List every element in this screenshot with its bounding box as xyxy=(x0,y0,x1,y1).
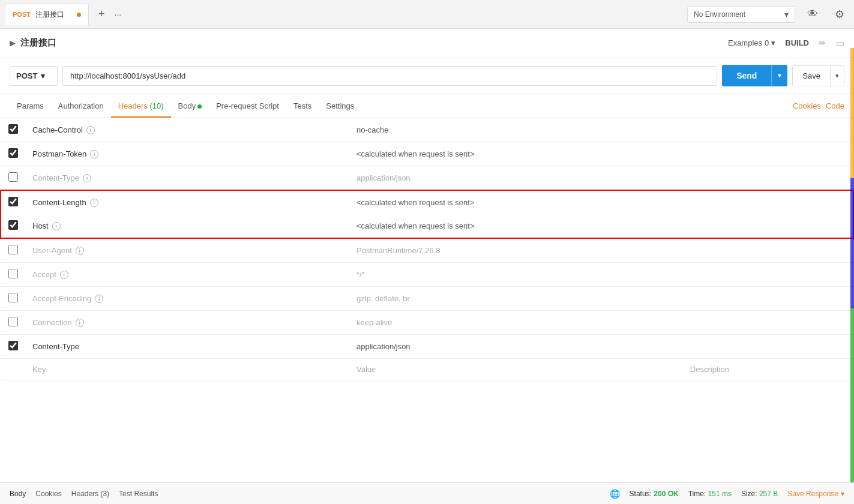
time-label: Time: 151 ms xyxy=(688,490,732,498)
bottom-tab-cookies[interactable]: Cookies xyxy=(35,490,61,498)
save-button[interactable]: Save xyxy=(793,66,830,86)
header-description xyxy=(683,142,853,166)
body-tab-label: Body xyxy=(178,101,196,110)
header-checkbox[interactable] xyxy=(8,124,18,134)
csdn-sidebar xyxy=(850,48,854,482)
headers-table-container: Cache-Controlino-cachePostman-Tokeni<cal… xyxy=(0,118,854,380)
header-checkbox[interactable] xyxy=(8,172,18,182)
request-tab[interactable]: POST 注册接口 xyxy=(5,4,89,25)
send-button[interactable]: Send xyxy=(722,65,771,86)
status-label: Status: 200 OK xyxy=(630,490,679,498)
bottom-tab-test-results[interactable]: Test Results xyxy=(119,490,158,498)
chevron-down-icon: ▾ xyxy=(784,10,789,19)
settings-icon[interactable]: ⚙ xyxy=(830,5,849,23)
tab-authorization[interactable]: Authorization xyxy=(51,95,111,118)
more-tabs-button[interactable]: ··· xyxy=(112,7,124,22)
header-checkbox[interactable] xyxy=(8,293,18,302)
header-value: gzip, deflate, br xyxy=(349,287,683,311)
header-value: <calculated when request is sent> xyxy=(349,214,683,238)
examples-button[interactable]: Examples 0 ▾ xyxy=(728,38,775,47)
examples-label: Examples xyxy=(728,38,762,47)
panel-icon[interactable]: ▭ xyxy=(836,38,844,49)
expand-arrow[interactable]: ▶ xyxy=(10,38,16,47)
header-checkbox[interactable] xyxy=(8,220,18,230)
header-checkbox[interactable] xyxy=(8,269,18,278)
code-link[interactable]: Code xyxy=(826,101,844,110)
env-label: No Environment xyxy=(694,10,781,19)
header-value: */* xyxy=(349,263,683,287)
header-value: PostmanRuntime/7.26.8 xyxy=(349,238,683,263)
info-icon[interactable]: i xyxy=(76,319,84,327)
info-icon[interactable]: i xyxy=(90,199,98,207)
bottom-tab-headers[interactable]: Headers (3) xyxy=(71,490,109,498)
table-row: Hosti<calculated when request is sent> xyxy=(1,214,853,238)
tab-body[interactable]: Body xyxy=(171,95,209,118)
tab-actions: + ··· xyxy=(96,5,124,23)
method-label: POST xyxy=(16,71,37,80)
header-description xyxy=(683,287,853,311)
header-key: Content-Type xyxy=(32,342,342,351)
header-key: Postman-Tokeni xyxy=(32,149,342,158)
table-row: Connectionikeep-alive xyxy=(1,311,853,335)
tab-settings[interactable]: Settings xyxy=(319,95,361,118)
size-value: 257 B xyxy=(759,490,778,498)
eye-icon[interactable]: 👁 xyxy=(802,5,823,23)
new-tab-button[interactable]: + xyxy=(96,5,107,23)
send-button-group: Send ▾ xyxy=(722,65,787,86)
build-button[interactable]: BUILD xyxy=(785,38,809,47)
info-icon[interactable]: i xyxy=(60,271,68,279)
info-icon[interactable]: i xyxy=(76,247,84,255)
header-key: User-Agenti xyxy=(32,246,342,255)
environment-area: No Environment ▾ 👁 ⚙ xyxy=(687,5,849,23)
examples-count: 0 xyxy=(765,38,769,47)
header-description xyxy=(683,335,853,359)
header-value: <calculated when request is sent> xyxy=(349,190,683,214)
header-checkbox[interactable] xyxy=(8,245,18,254)
url-bar: POST ▾ Send ▾ Save ▾ xyxy=(0,58,854,94)
bottom-bar: Body Cookies Headers (3) Test Results 🌐 … xyxy=(0,482,854,504)
page-title: 注册接口 xyxy=(20,37,728,49)
info-icon[interactable]: i xyxy=(52,222,61,230)
save-response-arrow: ▾ xyxy=(841,490,844,498)
table-row: Accepti*/* xyxy=(1,263,853,287)
bottom-tab-body[interactable]: Body xyxy=(10,490,26,498)
table-row: Cache-Controlino-cache xyxy=(1,118,853,142)
header-description xyxy=(683,190,853,214)
table-row: Content-Typeiapplication/json xyxy=(1,166,853,191)
bottom-tabs: Body Cookies Headers (3) Test Results xyxy=(10,490,158,498)
info-icon[interactable]: i xyxy=(95,295,103,303)
header-key: Content-Lengthi xyxy=(32,198,342,207)
table-row: User-AgentiPostmanRuntime/7.26.8 xyxy=(1,238,853,263)
send-dropdown-button[interactable]: ▾ xyxy=(771,65,787,86)
header-checkbox[interactable] xyxy=(8,341,18,350)
info-icon[interactable]: i xyxy=(90,150,98,158)
header-checkbox[interactable] xyxy=(8,317,18,326)
save-response-button[interactable]: Save Response ▾ xyxy=(787,490,844,498)
cookies-link[interactable]: Cookies xyxy=(793,101,821,110)
info-icon[interactable]: i xyxy=(86,126,95,134)
tab-tests[interactable]: Tests xyxy=(286,95,319,118)
tabs-nav-right: Cookies Code xyxy=(793,101,844,110)
header-description xyxy=(683,238,853,263)
header-value: <calculated when request is sent> xyxy=(349,142,683,166)
edit-icon[interactable]: ✏ xyxy=(819,38,826,49)
tab-params[interactable]: Params xyxy=(10,95,51,118)
header-key: Accept-Encodingi xyxy=(32,294,342,303)
save-dropdown-button[interactable]: ▾ xyxy=(830,66,844,86)
info-icon[interactable]: i xyxy=(83,174,91,182)
method-select[interactable]: POST ▾ xyxy=(10,66,58,86)
body-dot xyxy=(197,104,202,109)
header-checkbox[interactable] xyxy=(8,197,18,206)
url-input[interactable] xyxy=(62,66,717,86)
examples-chevron: ▾ xyxy=(771,38,775,47)
time-value: 151 ms xyxy=(708,490,732,498)
tab-pre-request[interactable]: Pre-request Script xyxy=(209,95,286,118)
header-value: application/json xyxy=(349,335,683,359)
headers-tab-label: Headers xyxy=(118,101,150,110)
unsaved-dot xyxy=(77,13,81,17)
header-checkbox[interactable] xyxy=(8,148,18,158)
tab-headers[interactable]: Headers (10) xyxy=(111,95,171,118)
environment-select[interactable]: No Environment ▾ xyxy=(687,6,795,23)
header-value: no-cache xyxy=(349,118,683,142)
table-row: Postman-Tokeni<calculated when request i… xyxy=(1,142,853,166)
